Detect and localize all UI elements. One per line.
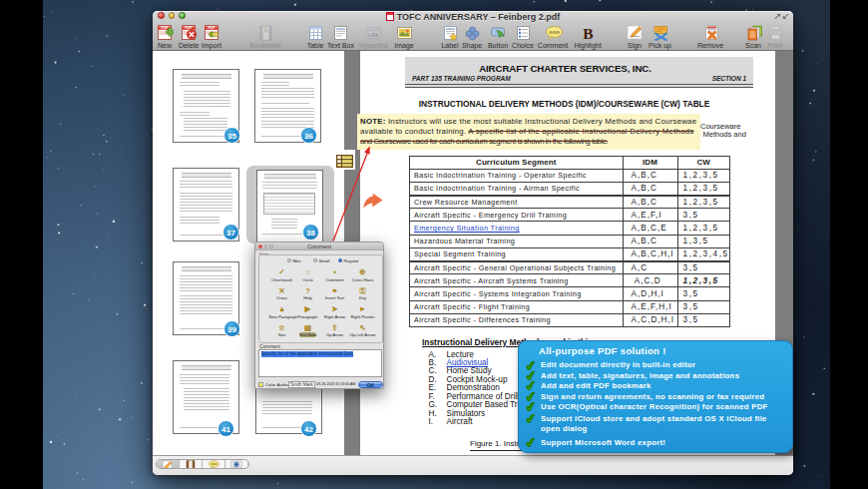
svg-text:PDF: PDF xyxy=(208,26,216,30)
svg-text:LINK: LINK xyxy=(368,33,379,38)
svg-text:ooo: ooo xyxy=(549,29,560,35)
svg-text:ooo: ooo xyxy=(211,462,217,466)
svg-text:B: B xyxy=(583,25,593,41)
